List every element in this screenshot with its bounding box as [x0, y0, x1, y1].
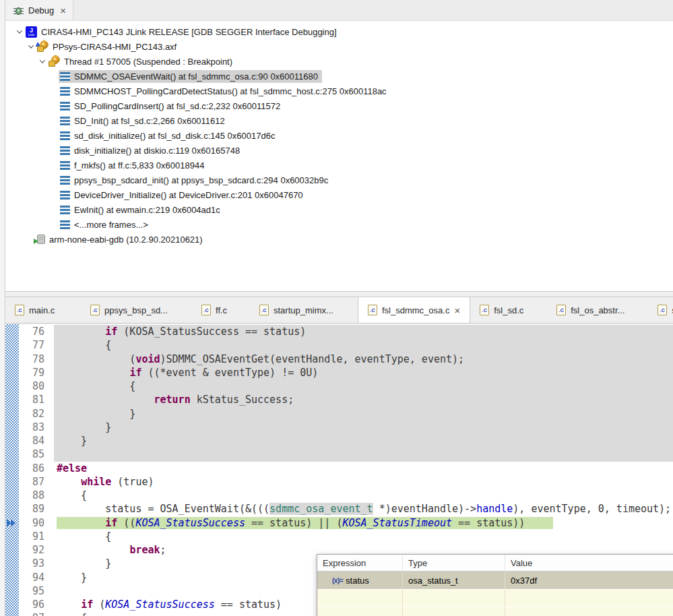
editor-tab-main-c[interactable]: .Cmain.c	[5, 297, 81, 323]
code-line[interactable]: 82 }	[19, 407, 673, 421]
stack-frame-row[interactable]: disk_initialize() at diskio.c:119 0x6016…	[5, 143, 673, 158]
stack-frame-row[interactable]: SDMMCHOST_PollingCardDetectStatus() at f…	[5, 84, 673, 98]
line-number: 92	[19, 543, 54, 557]
tree-row-content[interactable]: DeviceDriver_Initialize() at DeviceDrive…	[59, 189, 307, 202]
line-number: 91	[19, 530, 54, 543]
code-line[interactable]: 89 status = OSA_EventWait(&(((sdmmc_osa_…	[19, 502, 673, 516]
tab-debug[interactable]: Debug ×	[5, 0, 73, 20]
chevron-down-icon[interactable]	[38, 59, 47, 63]
tree-row[interactable]: Thread #1 57005 (Suspended : Breakpoint)	[5, 54, 673, 69]
tree-row-content[interactable]: SDMMCHOST_PollingCardDetectStatus() at f…	[59, 85, 391, 98]
line-number: 82	[19, 407, 54, 421]
editor-tab-ff-c[interactable]: .Cff.c	[192, 297, 250, 323]
editor-tab-fsl-sd-c[interactable]: .Cfsl_sd.c	[470, 297, 547, 323]
code-line[interactable]: 78 (void)SDMMC_OSAEventGet(eventHandle, …	[19, 352, 673, 366]
stack-frame-row[interactable]: DeviceDriver_Initialize() at DeviceDrive…	[5, 187, 673, 202]
popup-column-header: Type	[402, 555, 505, 571]
tree-row[interactable]: arm-none-eabi-gdb (10.2.90.20210621)	[5, 232, 673, 247]
tree-row-content[interactable]: sd_disk_initialize() at fsl_sd_disk.c:14…	[59, 129, 279, 142]
tree-row-content[interactable]: SD_Init() at fsl_sd.c:2,266 0x60011612	[59, 115, 229, 127]
tree-row-label: <...more frames...>	[74, 220, 148, 230]
tree-row-content[interactable]: JLinkCIRAS4-HMI_PC143 JLink RELEASE [GDB…	[24, 25, 341, 39]
editor-tab-startup-mimx-[interactable]: .Cstartup_mimx...	[250, 297, 358, 323]
line-number: 78	[19, 352, 54, 366]
tree-row-content[interactable]: SDMMC_OSAEventWait() at fsl_sdmmc_osa.c:…	[59, 70, 322, 83]
c-file-icon: .C	[556, 305, 566, 315]
type-cell	[402, 607, 505, 616]
chevron-down-icon[interactable]	[15, 30, 24, 34]
tree-row-label: arm-none-eabi-gdb (10.2.90.20210621)	[49, 235, 203, 245]
tree-row-content[interactable]: disk_initialize() at diskio.c:119 0x6016…	[59, 144, 244, 157]
code-line[interactable]: 84 }	[19, 434, 673, 448]
tree-row-content[interactable]: SD_PollingCardInsert() at fsl_sd.c:2,232…	[59, 100, 284, 113]
stack-frame-row[interactable]: SDMMC_OSAEventWait() at fsl_sdmmc_osa.c:…	[5, 69, 673, 84]
tree-row-content[interactable]: f_mkfs() at ff.c:5,833 0x60018944	[59, 159, 208, 172]
tree-row-content[interactable]: Thread #1 57005 (Suspended : Breakpoint)	[47, 55, 236, 68]
line-number: 83	[19, 421, 54, 434]
tree-row-label: disk_initialize() at diskio.c:119 0x6016…	[74, 146, 240, 156]
tree-row-content[interactable]: ppsys_bsp_sdcard_init() at ppsys_bsp_sdc…	[59, 174, 332, 187]
tree-row-content[interactable]: EwInit() at ewmain.c:219 0x6004ad1c	[59, 204, 224, 216]
code-line[interactable]: 85	[19, 448, 673, 461]
stack-frame-row[interactable]: sd_disk_initialize() at fsl_sd_disk.c:14…	[5, 128, 673, 143]
line-number: 85	[19, 448, 54, 461]
expression-row[interactable]	[317, 607, 673, 616]
expression-row[interactable]	[317, 589, 673, 607]
value-cell: 0x37df	[505, 572, 673, 589]
tree-row[interactable]: JLinkCIRAS4-HMI_PC143 JLink RELEASE [GDB…	[5, 24, 673, 39]
editor-tab-fsl-os-abstr-[interactable]: .Cfsl_os_abstr...	[547, 297, 648, 323]
type-cell: osa_status_t	[402, 572, 505, 589]
code-line[interactable]: 87 while (true)	[19, 475, 673, 489]
tree-row-content[interactable]: <...more frames...>	[59, 218, 152, 231]
close-icon[interactable]: ×	[60, 5, 66, 16]
tree-row-label: CIRAS4-HMI_PC143 JLink RELEASE [GDB SEGG…	[41, 27, 337, 37]
stack-frame-row[interactable]: SD_Init() at fsl_sd.c:2,266 0x60011612	[5, 113, 673, 128]
stack-frame-icon	[60, 176, 70, 185]
editor-tab-label: main.c	[29, 305, 55, 315]
expression-name: status	[346, 576, 369, 586]
tree-row-label: SDMMCHOST_PollingCardDetectStatus() at f…	[74, 86, 387, 96]
stack-frame-icon	[60, 206, 70, 214]
code-line[interactable]: 86#else	[19, 462, 673, 475]
stack-frame-row[interactable]: EwInit() at ewmain.c:219 0x6004ad1c	[5, 202, 673, 217]
c-file-icon: .C	[201, 305, 211, 315]
stack-frame-icon	[60, 146, 70, 155]
editor-tab-ppsys-bsp-sd-[interactable]: .Cppsys_bsp_sd...	[81, 297, 192, 323]
stack-frame-row[interactable]: f_mkfs() at ff.c:5,833 0x60018944	[5, 158, 673, 173]
code-line[interactable]: 80 {	[19, 379, 673, 393]
code-line[interactable]: 79 if ((*event & eventType) != 0U)	[19, 366, 673, 379]
tree-row-content[interactable]: PPsys-CIRAS4-HMI_PC143.axf	[36, 40, 181, 53]
annotation-ruler[interactable]	[5, 324, 19, 616]
code-line[interactable]: 91 {	[19, 530, 673, 543]
ide-window: Debug × JLinkCIRAS4-HMI_PC143 JLink RELE…	[0, 0, 673, 616]
line-number: 93	[19, 557, 54, 570]
stack-frame-row[interactable]: <...more frames...>	[5, 217, 673, 232]
line-number: 86	[19, 462, 54, 475]
code-line[interactable]: 90 if ((KOSA_StatusSuccess == status) ||…	[19, 516, 673, 530]
c-file-icon: .C	[259, 305, 269, 315]
c-file-icon: .C	[90, 305, 100, 315]
tree-row-label: EwInit() at ewmain.c:219 0x6004ad1c	[74, 205, 220, 215]
stack-frame-row[interactable]: ppsys_bsp_sdcard_init() at ppsys_bsp_sdc…	[5, 173, 673, 187]
code-line[interactable]: 88 {	[19, 489, 673, 502]
executable-icon	[37, 41, 49, 52]
stack-frame-icon	[60, 72, 70, 81]
close-icon[interactable]: ×	[454, 305, 460, 316]
value-cell	[505, 607, 673, 616]
c-file-icon: .C	[15, 305, 24, 315]
tree-row-content[interactable]: arm-none-eabi-gdb (10.2.90.20210621)	[36, 233, 207, 246]
editor-tab-label: ppsys_bsp_sd...	[104, 305, 168, 315]
chevron-down-icon[interactable]	[26, 44, 36, 49]
code-line[interactable]: 81 return kStatus_Success;	[19, 393, 673, 406]
tree-row[interactable]: PPsys-CIRAS4-HMI_PC143.axf	[5, 39, 673, 54]
expression-row[interactable]: (x)=statusosa_status_t0x37df	[317, 572, 673, 589]
code-line[interactable]: 76 if (KOSA_StatusSuccess == status)	[19, 325, 673, 338]
line-number: 94	[19, 571, 54, 584]
code-line[interactable]: 83 }	[19, 421, 673, 434]
stack-frame-row[interactable]: SD_PollingCardInsert() at fsl_sd.c:2,232…	[5, 98, 673, 113]
editor-tab-label: startup_mimx...	[274, 305, 333, 315]
editor-tab-sc[interactable]: .Csc	[648, 297, 673, 323]
code-line[interactable]: 77 {	[19, 338, 673, 352]
jlink-icon: JLink	[26, 26, 37, 38]
editor-tab-fsl-sdmmc-osa-c[interactable]: .Cfsl_sdmmc_osa.c×	[358, 297, 470, 323]
